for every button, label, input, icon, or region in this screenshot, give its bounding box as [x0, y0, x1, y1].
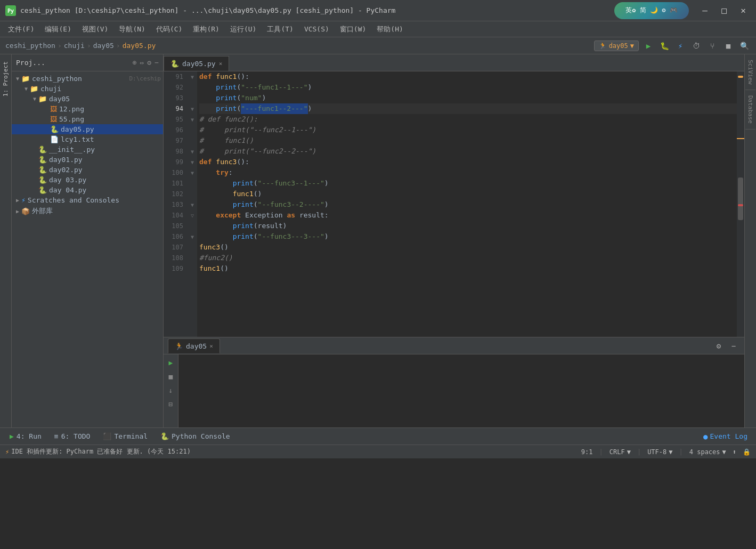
- menu-item-帮助(H)[interactable]: 帮助(H): [371, 23, 408, 36]
- debug-button[interactable]: 🐛: [658, 39, 671, 52]
- status-notification[interactable]: ⚡ IDE 和插件更新: PyCharm 已准备好 更新. (今天 15:21): [5, 447, 191, 456]
- run-panel-tab[interactable]: 🏃 day05 ×: [168, 338, 220, 353]
- code-line-99[interactable]: def func3():: [199, 157, 737, 167]
- minimize-button[interactable]: —: [697, 3, 712, 18]
- tree-item-55png[interactable]: 🖼 55.png: [12, 114, 163, 124]
- code-line-91[interactable]: def func1():: [199, 71, 737, 82]
- maximize-button[interactable]: □: [717, 3, 731, 18]
- run-toolbar-tab[interactable]: ▶ 4: Run: [4, 431, 47, 441]
- stop-button[interactable]: ■: [722, 39, 735, 52]
- fold-99[interactable]: ▼: [188, 157, 197, 167]
- code-line-103[interactable]: print("--func3--2----"): [199, 199, 737, 210]
- code-line-94[interactable]: print("---func1--2---"): [199, 103, 737, 114]
- code-line-93[interactable]: print("num"): [199, 93, 737, 103]
- tree-close-icon[interactable]: −: [155, 59, 159, 67]
- tree-item-day03py[interactable]: 🐍 day 03.py: [12, 175, 163, 185]
- fold-94[interactable]: ▼: [188, 103, 197, 114]
- fold-95[interactable]: ▼: [188, 114, 197, 125]
- coverage-button[interactable]: ⚡: [674, 39, 687, 52]
- code-line-92[interactable]: print("---func1--1---"): [199, 82, 737, 93]
- fold-91[interactable]: ▼: [188, 71, 197, 82]
- menu-item-导航(N)[interactable]: 导航(N): [113, 23, 150, 36]
- menu-item-视图(V)[interactable]: 视图(V): [77, 23, 113, 36]
- tree-item-day01py[interactable]: 🐍 day01.py: [12, 155, 163, 165]
- bottom-settings-button[interactable]: ⚙: [712, 340, 725, 352]
- code-line-109[interactable]: func1(): [199, 263, 737, 274]
- event-log-button[interactable]: ● Event Log: [699, 431, 752, 442]
- fold-104[interactable]: ▽: [188, 210, 197, 221]
- code-line-98[interactable]: # print("--func2--2---"): [199, 146, 737, 157]
- breadcrumb-day05[interactable]: day05: [93, 42, 114, 50]
- tree-scope-icon[interactable]: ⊕: [133, 59, 137, 67]
- run-scroll-button[interactable]: ↓: [165, 384, 177, 396]
- fold-106[interactable]: ▼: [188, 231, 197, 242]
- code-line-107[interactable]: func3(): [199, 242, 737, 253]
- fold-98[interactable]: ▼: [188, 146, 197, 157]
- status-lock-icon[interactable]: 🔒: [743, 448, 751, 456]
- close-button[interactable]: ✕: [736, 3, 751, 18]
- status-encoding[interactable]: UTF-8 ▼: [647, 448, 672, 456]
- tree-item-day04py[interactable]: 🐍 day 04.py: [12, 185, 163, 195]
- tab-close-icon[interactable]: ×: [219, 60, 223, 67]
- menu-item-VCS(S)[interactable]: VCS(S): [299, 23, 335, 35]
- menu-item-运行(U)[interactable]: 运行(U): [225, 23, 262, 36]
- scroll-thumb[interactable]: [738, 177, 743, 220]
- code-content[interactable]: def func1(): print("---func1--1---") pri…: [197, 71, 737, 337]
- tree-item-12png[interactable]: 🖼 12.png: [12, 104, 163, 114]
- tree-item-day05[interactable]: ▼ 📁 day05: [12, 94, 163, 104]
- tree-collapse-icon[interactable]: ⇔: [140, 59, 144, 67]
- status-line-ending[interactable]: CRLF ▼: [609, 448, 631, 456]
- fold-103[interactable]: ▼: [188, 199, 197, 210]
- tree-item-init[interactable]: 🐍 __init__.py: [12, 144, 163, 155]
- run-button[interactable]: ▶: [642, 39, 655, 52]
- run-filter-button[interactable]: ⊟: [165, 398, 177, 410]
- run-tab-close[interactable]: ×: [209, 343, 213, 350]
- tree-item-day02py[interactable]: 🐍 day02.py: [12, 165, 163, 175]
- tree-item-chuji[interactable]: ▼ 📁 chuji: [12, 84, 163, 94]
- editor-scrollbar[interactable]: [737, 71, 744, 337]
- bottom-minimize-button[interactable]: −: [727, 340, 740, 352]
- code-line-101[interactable]: print("---func3--1---"): [199, 178, 737, 189]
- run-stop-button[interactable]: ■: [165, 370, 177, 382]
- code-area[interactable]: 91 92 93 94 95 96 97 98 99 100 101 102 1…: [164, 71, 744, 337]
- breadcrumb-root[interactable]: ceshi_python: [5, 42, 55, 50]
- menu-item-窗口(W)[interactable]: 窗口(W): [335, 23, 371, 36]
- code-line-106[interactable]: print("--func3---3---"): [199, 231, 737, 242]
- status-cursor[interactable]: 9:1: [581, 448, 593, 456]
- breadcrumb-chuji[interactable]: chuji: [64, 42, 85, 50]
- tree-item-root[interactable]: ▼ 📁 ceshi_python D:\ceship: [12, 74, 163, 84]
- fold-100[interactable]: ▼: [188, 167, 197, 178]
- python-console-toolbar-tab[interactable]: 🐍 Python Console: [155, 431, 235, 441]
- menu-item-文件(F)[interactable]: 文件(F): [3, 23, 39, 36]
- editor-tab-day05py[interactable]: 🐍 day05.py ×: [164, 56, 229, 71]
- todo-toolbar-tab[interactable]: ≡ 6: TODO: [49, 431, 96, 441]
- tree-item-extlib[interactable]: ▶ 📦 外部库: [12, 205, 163, 217]
- fork-button[interactable]: ⑂: [706, 39, 719, 52]
- code-line-102[interactable]: func1(): [199, 189, 737, 199]
- project-tab[interactable]: 1: Project: [1, 57, 11, 101]
- database-tab[interactable]: Database: [745, 90, 755, 130]
- run-config-selector[interactable]: 🏃 day05 ▼: [594, 41, 639, 51]
- search-everywhere-button[interactable]: 🔍: [738, 39, 751, 52]
- run-rerun-button[interactable]: ▶: [165, 357, 177, 368]
- code-line-96[interactable]: # print("--func2--1---"): [199, 125, 737, 135]
- status-indent[interactable]: 4 spaces ▼: [689, 448, 726, 456]
- menu-item-重构(R)[interactable]: 重构(R): [188, 23, 224, 36]
- code-line-95[interactable]: # def func2():: [199, 114, 737, 125]
- breadcrumb-file[interactable]: day05.py: [123, 42, 156, 50]
- menu-item-代码(C)[interactable]: 代码(C): [151, 23, 188, 36]
- tree-item-scratch[interactable]: ▶ ⚡ Scratches and Consoles: [12, 195, 163, 205]
- code-line-104[interactable]: except Exception as result:: [199, 210, 737, 221]
- code-line-108[interactable]: #func2(): [199, 253, 737, 263]
- code-line-105[interactable]: print(result): [199, 221, 737, 231]
- menu-item-编辑(E)[interactable]: 编辑(E): [39, 23, 76, 36]
- tree-item-lcy1txt[interactable]: 📄 lcy1.txt: [12, 134, 163, 144]
- code-line-100[interactable]: try:: [199, 167, 737, 178]
- tree-settings-icon[interactable]: ⚙: [147, 59, 151, 67]
- menu-item-工具(T)[interactable]: 工具(T): [262, 23, 298, 36]
- tree-item-day05py[interactable]: 🐍 day05.py: [12, 124, 163, 134]
- profile-button[interactable]: ⏱: [690, 39, 703, 52]
- sciview-tab[interactable]: SciView: [745, 54, 755, 90]
- code-line-97[interactable]: # func1(): [199, 135, 737, 146]
- status-git-icon[interactable]: ⬆: [733, 448, 736, 456]
